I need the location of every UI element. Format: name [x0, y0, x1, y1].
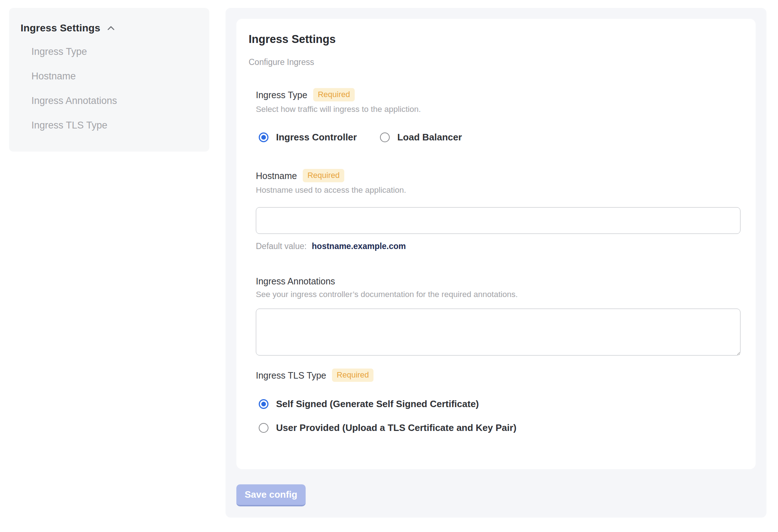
radio-option-load-balancer[interactable]: Load Balancer — [380, 131, 462, 143]
required-badge: Required — [313, 88, 355, 101]
radio-option-ingress-controller[interactable]: Ingress Controller — [259, 131, 357, 143]
ingress-type-radio-group: Ingress Controller Load Balancer — [259, 131, 743, 143]
field-label-row: Ingress Annotations — [256, 276, 743, 287]
field-help-text: See your ingress controller’s documentat… — [256, 289, 743, 299]
field-label: Ingress TLS Type — [256, 370, 326, 381]
default-value-line: Default value: hostname.example.com — [256, 241, 743, 251]
field-label-row: Ingress TLS Type Required — [256, 369, 743, 382]
settings-panel: Ingress Settings Configure Ingress Ingre… — [226, 8, 766, 518]
radio-option-label: Self Signed (Generate Self Signed Certif… — [276, 398, 479, 410]
radio-option-label: Load Balancer — [397, 131, 462, 143]
field-help-text: Select how traffic will ingress to the a… — [256, 104, 743, 114]
field-label-row: Hostname Required — [256, 169, 743, 182]
sidebar-item-hostname[interactable]: Hostname — [31, 71, 198, 82]
default-value-prefix: Default value: — [256, 241, 307, 251]
field-label-row: Ingress Type Required — [256, 88, 743, 101]
field-ingress-tls-type: Ingress TLS Type Required Self Signed (G… — [256, 369, 743, 433]
radio-unselected-icon[interactable] — [380, 132, 390, 142]
sidebar-section-title: Ingress Settings — [21, 22, 100, 34]
radio-option-user-provided[interactable]: User Provided (Upload a TLS Certificate … — [259, 422, 743, 433]
required-badge: Required — [303, 169, 344, 182]
hostname-input[interactable] — [256, 207, 740, 234]
settings-sidebar: Ingress Settings Ingress Type Hostname I… — [9, 8, 209, 152]
required-badge: Required — [332, 369, 373, 382]
save-config-button[interactable]: Save config — [236, 484, 306, 506]
radio-unselected-icon[interactable] — [259, 423, 268, 433]
chevron-up-icon — [106, 23, 116, 33]
page-subtitle: Configure Ingress — [249, 57, 743, 67]
field-label: Ingress Annotations — [256, 276, 335, 287]
tls-type-radio-group: Self Signed (Generate Self Signed Certif… — [259, 398, 743, 433]
radio-selected-icon[interactable] — [259, 399, 268, 409]
sidebar-item-ingress-type[interactable]: Ingress Type — [31, 46, 198, 57]
field-label: Hostname — [256, 170, 297, 181]
radio-option-self-signed[interactable]: Self Signed (Generate Self Signed Certif… — [259, 398, 743, 410]
sidebar-item-ingress-annotations[interactable]: Ingress Annotations — [31, 95, 198, 106]
field-hostname: Hostname Required Hostname used to acces… — [256, 169, 743, 251]
form-sections: Ingress Type Required Select how traffic… — [256, 88, 743, 433]
ingress-annotations-textarea[interactable] — [256, 309, 740, 356]
sidebar-section-toggle[interactable]: Ingress Settings — [21, 22, 198, 34]
field-ingress-type: Ingress Type Required Select how traffic… — [256, 88, 743, 143]
radio-selected-icon[interactable] — [259, 132, 268, 142]
page-title: Ingress Settings — [249, 32, 743, 46]
radio-option-label: Ingress Controller — [276, 131, 357, 143]
sidebar-nav: Ingress Type Hostname Ingress Annotation… — [31, 46, 198, 131]
sidebar-item-ingress-tls-type[interactable]: Ingress TLS Type — [31, 120, 198, 131]
radio-option-label: User Provided (Upload a TLS Certificate … — [276, 422, 516, 433]
default-value-text: hostname.example.com — [312, 241, 406, 251]
field-ingress-annotations: Ingress Annotations See your ingress con… — [256, 276, 743, 356]
field-label: Ingress Type — [256, 90, 307, 100]
field-help-text: Hostname used to access the application. — [256, 185, 743, 195]
ingress-settings-card: Ingress Settings Configure Ingress Ingre… — [236, 19, 756, 469]
